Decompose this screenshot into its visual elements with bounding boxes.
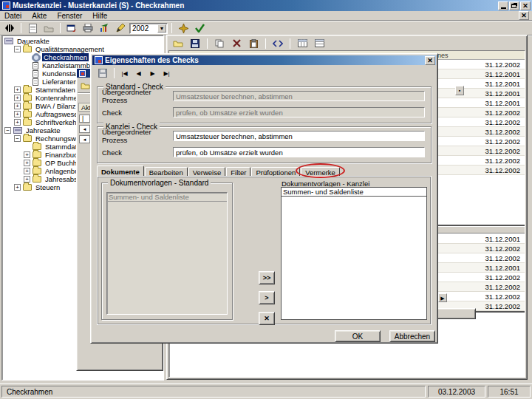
- transfer-one-button[interactable]: >: [259, 291, 275, 304]
- folder-icon: [23, 111, 32, 117]
- tab-dokumente[interactable]: Dokumente: [97, 166, 144, 177]
- expand-icon[interactable]: +: [24, 151, 30, 158]
- open-folder-button[interactable]: [41, 22, 56, 34]
- standard-templates-list[interactable]: Summen- und Saldenliste: [106, 192, 228, 315]
- toolbar-separator: [265, 38, 266, 49]
- column-header-fragment: nes: [437, 52, 449, 59]
- checks-table-view-button[interactable]: [295, 38, 310, 50]
- print-button[interactable]: [81, 22, 95, 34]
- kanzlei-check-field[interactable]: prüfen, ob Umsätze erzielt wurden: [173, 147, 425, 157]
- nav-prev-button[interactable]: ◀: [132, 68, 145, 79]
- process-label: Übergeordneter Prozess: [102, 88, 173, 104]
- child-close-button[interactable]: ✕: [519, 11, 529, 20]
- toolbar-separator: [21, 23, 21, 33]
- background-row-cell[interactable]: ◂: [79, 125, 90, 133]
- minimize-icon: [501, 7, 506, 9]
- cancel-button[interactable]: Abbrechen: [389, 330, 435, 342]
- new-document-icon: [29, 24, 37, 33]
- folder-icon: [33, 168, 41, 174]
- hidden-row-button[interactable]: ▪: [455, 86, 464, 95]
- minimize-button[interactable]: [498, 1, 508, 10]
- dialog-close-button[interactable]: ✕: [425, 56, 435, 65]
- check-date: 31.12.2002: [485, 283, 520, 291]
- folder-icon: [33, 160, 41, 166]
- folder-icon: [33, 151, 41, 158]
- toolbar-separator: [171, 23, 172, 33]
- nav-first-button[interactable]: |◀: [118, 68, 131, 79]
- expand-icon[interactable]: +: [14, 184, 21, 191]
- list-item[interactable]: Summen- und Saldenliste: [282, 188, 426, 197]
- hidden-button-fragment[interactable]: [436, 308, 476, 319]
- background-row-cell[interactable]: ◂: [79, 135, 90, 143]
- assistant-icon: [179, 24, 188, 33]
- checks-paste-button[interactable]: [246, 38, 261, 50]
- checks-save-button[interactable]: [188, 38, 202, 50]
- standard-process-field: Umsatzsteuer berechnen, abstimmen: [173, 91, 425, 101]
- nav-last-button[interactable]: ▶|: [160, 68, 173, 79]
- kanzlei-process-field[interactable]: Umsatzsteuer berechnen, abstimmen: [173, 131, 425, 141]
- nav-next-button[interactable]: ▶: [146, 68, 159, 79]
- expand-icon[interactable]: +: [14, 103, 21, 109]
- expand-icon[interactable]: +: [14, 86, 21, 93]
- assistant-button[interactable]: [176, 22, 191, 34]
- check-date: 31.12.2001: [485, 80, 520, 88]
- check-date: 31.12.2002: [485, 302, 520, 310]
- collapse-icon[interactable]: −: [14, 135, 21, 142]
- year-value: 2002: [132, 24, 149, 33]
- send-window-button[interactable]: [64, 22, 79, 34]
- expand-icon[interactable]: +: [14, 119, 21, 126]
- kanzlei-check-group: Kanzlei - Check Übergeordneter Prozess U…: [97, 126, 432, 163]
- checks-code-button[interactable]: [270, 38, 285, 50]
- checks-copy-button[interactable]: [212, 38, 227, 50]
- status-date: 03.12.2003: [428, 386, 485, 398]
- menu-datei[interactable]: Datei: [4, 12, 21, 20]
- dialog-icon: [95, 56, 103, 64]
- restore-button[interactable]: [509, 1, 519, 10]
- remove-button[interactable]: ✕: [259, 312, 275, 325]
- menu-akte[interactable]: Akte: [32, 12, 47, 20]
- code-icon: [273, 40, 283, 47]
- edit-button[interactable]: [113, 22, 128, 34]
- menu-hilfe[interactable]: Hilfe: [92, 12, 107, 20]
- sheet-icon: [33, 62, 38, 69]
- transfer-all-button[interactable]: >>: [259, 271, 275, 284]
- expand-icon[interactable]: +: [24, 160, 30, 166]
- checks-delete-button[interactable]: [229, 38, 244, 50]
- kanzlei-templates-list[interactable]: Summen- und Saldenliste: [281, 187, 427, 320]
- expand-icon[interactable]: +: [24, 168, 30, 174]
- list-item[interactable]: Summen- und Saldenliste: [107, 193, 227, 202]
- year-dropdown-icon[interactable]: ▼: [157, 24, 166, 33]
- folder-icon: [23, 103, 32, 109]
- check-date: 31.12.2002: [485, 61, 520, 69]
- hidden-scroll-right-button[interactable]: ▶: [438, 293, 447, 302]
- save-icon: [191, 39, 200, 48]
- menu-fenster[interactable]: Fenster: [57, 12, 82, 20]
- new-document-button[interactable]: [25, 22, 40, 34]
- main-toolbar: 2002 ▼: [0, 21, 532, 35]
- expand-icon[interactable]: +: [14, 95, 21, 101]
- expand-icon[interactable]: +: [24, 176, 30, 183]
- dialog-toolbar: |◀ ◀ ▶ ▶|: [92, 66, 436, 81]
- properties-dialog: Eigenschaften des Checks ✕ |◀ ◀ ▶ ▶| Sta…: [90, 53, 438, 344]
- check-date: 31.12.2002: [485, 273, 520, 282]
- status-bar: Checkrahmen 03.12.2003 16:51: [0, 383, 532, 399]
- background-row-cell[interactable]: ▏: [79, 115, 90, 123]
- apply-check-button[interactable]: [192, 22, 207, 34]
- delete-icon: [233, 39, 241, 47]
- collapse-icon[interactable]: −: [14, 46, 21, 52]
- dialog-save-button[interactable]: [95, 67, 110, 79]
- checks-open-button[interactable]: [171, 38, 185, 50]
- year-selector[interactable]: 2002 ▼: [129, 23, 168, 34]
- checks-detail-view-button[interactable]: [312, 38, 327, 50]
- check-date: 31.12.2002: [485, 137, 520, 146]
- open-folder-icon: [81, 81, 90, 90]
- close-button[interactable]: ✕: [520, 1, 531, 10]
- ok-button[interactable]: OK: [335, 330, 381, 342]
- collapse-icon[interactable]: −: [4, 127, 11, 134]
- tree-item-qualitätsmanagement[interactable]: −Qualitätsmanagement: [2, 45, 164, 53]
- chart-button[interactable]: [97, 22, 112, 34]
- expand-icon[interactable]: +: [14, 111, 21, 117]
- toggle-panes-button[interactable]: [2, 22, 17, 34]
- standard-templates-group: Dokumentvorlagen - Standard Summen- und …: [101, 183, 233, 320]
- tree-item-label: Dauerakte: [16, 37, 51, 45]
